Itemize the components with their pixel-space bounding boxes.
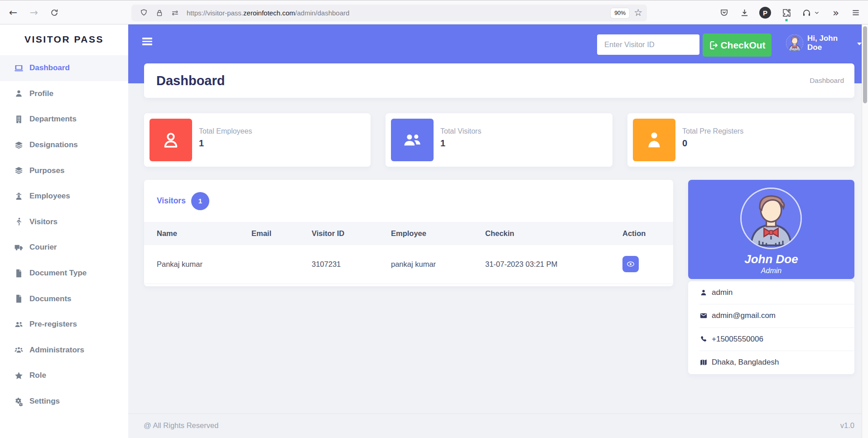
scrollbar-thumb[interactable]	[863, 26, 867, 103]
page-scrollbar[interactable]	[862, 24, 868, 438]
sidebar-item-role[interactable]: Role	[0, 363, 128, 389]
pocket-icon[interactable]	[715, 4, 733, 22]
sidebar: VISITOR PASS DashboardProfileDepartments…	[0, 24, 128, 438]
profile-detail-envelope: admin@gmail.com	[699, 304, 854, 327]
extensions-puzzle-icon[interactable]	[777, 4, 796, 22]
sidebar-item-label: Profile	[29, 89, 53, 98]
browser-menu-icon[interactable]	[847, 4, 865, 22]
footer-copyright: @ All Rights Reserved	[144, 421, 218, 430]
sidebar-item-label: Documents	[29, 294, 72, 303]
view-visitor-button[interactable]	[622, 256, 639, 272]
layers-icon	[14, 166, 24, 175]
extension-p-icon[interactable]: P	[756, 4, 774, 22]
navbar-avatar[interactable]	[786, 34, 803, 52]
stat-icon-box	[391, 119, 434, 161]
laptop-icon	[14, 63, 24, 73]
browser-toolbar: ← → https://visitor-pass.zeroinfotech.co…	[0, 0, 868, 24]
file-icon	[14, 294, 24, 303]
stat-label: Total Visitors	[440, 127, 481, 135]
user-menu[interactable]: Hi, John Doe	[807, 24, 862, 62]
chevron-down-icon[interactable]	[811, 4, 823, 22]
building-icon	[14, 115, 24, 124]
downloads-icon[interactable]	[735, 4, 753, 22]
table-row: Pankaj kumar3107231pankaj kumar31-07-202…	[144, 245, 673, 284]
reload-icon	[50, 8, 59, 17]
sidebar-item-dashboard[interactable]: Dashboard	[0, 55, 128, 81]
footer-version: v1.0	[840, 421, 854, 430]
permissions-icon[interactable]	[171, 9, 179, 17]
sidebar-item-visitors[interactable]: Visitors	[0, 209, 128, 235]
visitors-panel: Visitors 1 NameEmailVisitor IDEmployeeCh…	[144, 180, 673, 286]
column-header-name: Name	[144, 222, 239, 245]
footer-divider	[128, 414, 862, 414]
overflow-menu-icon[interactable]: »	[827, 4, 845, 22]
bookmark-star-icon[interactable]: ☆	[634, 8, 642, 18]
zoom-level-badge[interactable]: 90%	[611, 8, 629, 18]
user-greeting: Hi, John Doe	[807, 34, 853, 52]
url-bar[interactable]: https://visitor-pass.zeroinfotech.com/ad…	[131, 5, 647, 21]
browser-back-button[interactable]: ←	[5, 4, 22, 21]
stat-card-total-visitors: Total Visitors1	[386, 113, 612, 167]
cell-name: Pankaj kumar	[144, 245, 239, 284]
cell-action	[610, 245, 673, 284]
walking-icon	[14, 217, 24, 226]
sidebar-item-settings[interactable]: Settings	[0, 389, 128, 414]
column-header-checkin: Checkin	[473, 222, 610, 245]
layers-icon	[14, 140, 24, 150]
cell-visitor-id: 3107231	[299, 245, 378, 284]
sidebar-item-label: Settings	[29, 397, 60, 406]
cell-email	[239, 245, 299, 284]
eye-icon	[626, 260, 635, 269]
sidebar-item-label: Pre-registers	[29, 320, 77, 329]
visitors-title: Visitors	[157, 196, 186, 206]
sidebar-item-designations[interactable]: Designations	[0, 132, 128, 158]
column-header-action: Action	[610, 222, 673, 245]
star-icon	[14, 371, 24, 380]
sidebar-item-label: Document Type	[29, 269, 87, 278]
cell-employee: pankaj kumar	[378, 245, 473, 284]
profile-name: John Doe	[688, 252, 854, 266]
stat-icon-box	[149, 119, 192, 161]
sign-out-icon	[709, 40, 719, 50]
stat-card-total-pre-registers: Total Pre Registers0	[627, 113, 854, 167]
breadcrumb[interactable]: Dashboard	[810, 77, 844, 85]
sidebar-item-documents[interactable]: Documents	[0, 286, 128, 312]
sidebar-item-administrators[interactable]: Administrators	[0, 337, 128, 363]
sidebar-item-courier[interactable]: Courier	[0, 235, 128, 260]
sidebar-toggle-button[interactable]	[142, 38, 152, 45]
profile-detail-text: admin@gmail.com	[712, 311, 776, 320]
sidebar-item-label: Dashboard	[29, 63, 70, 72]
checkout-button[interactable]: CheckOut	[703, 34, 772, 57]
sidebar-item-purposes[interactable]: Purposes	[0, 158, 128, 183]
profile-detail-user: admin	[699, 281, 854, 304]
phone-icon	[699, 335, 708, 343]
map-icon	[699, 358, 708, 366]
sidebar-item-document-type[interactable]: Document Type	[0, 260, 128, 286]
visitor-id-input[interactable]	[597, 34, 699, 55]
stat-value: 0	[682, 138, 687, 149]
url-text[interactable]: https://visitor-pass.zeroinfotech.com/ad…	[187, 9, 611, 17]
sidebar-item-pre-registers[interactable]: Pre-registers	[0, 312, 128, 337]
user-icon	[14, 89, 24, 98]
profile-role: Admin	[688, 267, 854, 275]
stat-label: Total Pre Registers	[682, 127, 743, 135]
cell-checkin: 31-07-2023 03:21 PM	[473, 245, 610, 284]
main-content: CheckOut Hi, John Doe Dashboard Dashboar…	[128, 24, 862, 438]
sidebar-item-employees[interactable]: Employees	[0, 183, 128, 209]
back-arrow-icon: ←	[9, 8, 17, 18]
browser-forward-button[interactable]: →	[25, 4, 43, 21]
stat-label: Total Employees	[199, 127, 252, 135]
stat-card-total-employees: Total Employees1	[144, 113, 371, 167]
shield-icon[interactable]	[140, 9, 148, 17]
avatar-man-icon	[786, 34, 803, 52]
column-header-employee: Employee	[378, 222, 473, 245]
sidebar-item-departments[interactable]: Departments	[0, 106, 128, 132]
stat-value: 1	[199, 138, 204, 149]
sidebar-menu: DashboardProfileDepartmentsDesignationsP…	[0, 55, 128, 414]
browser-reload-button[interactable]	[46, 4, 63, 21]
stat-icon-box	[633, 119, 675, 161]
sidebar-item-profile[interactable]: Profile	[0, 81, 128, 107]
truck-icon	[14, 243, 24, 252]
lock-icon[interactable]	[155, 9, 164, 17]
app-logo[interactable]: VISITOR PASS	[0, 29, 128, 50]
